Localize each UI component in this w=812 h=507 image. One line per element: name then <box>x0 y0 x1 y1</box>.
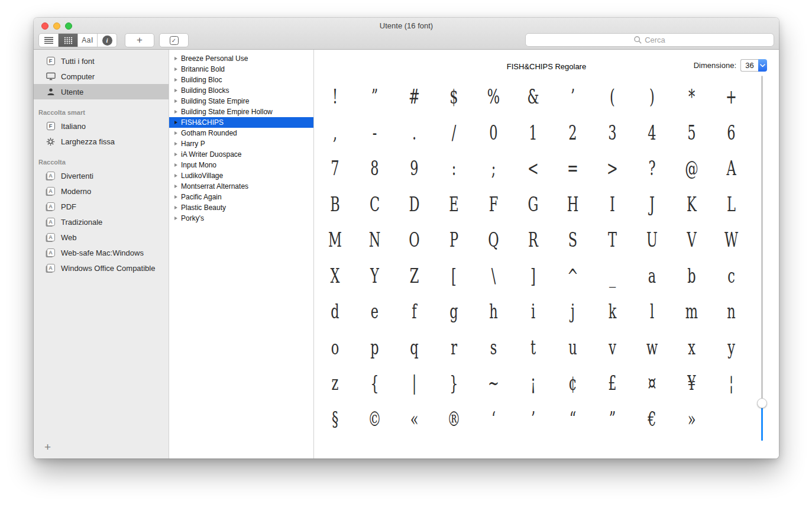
disclosure-triangle-icon[interactable] <box>174 185 177 188</box>
sample-text-view-button[interactable]: AaI <box>78 34 98 47</box>
gear-icon <box>46 137 56 146</box>
sidebar-item-computer[interactable]: Computer <box>34 69 169 84</box>
sidebar-item-label: Tutti i font <box>61 57 95 66</box>
font-list-item-montserrat-alternates[interactable]: Montserrat Alternates <box>169 181 313 192</box>
font-list-item-building-bloc[interactable]: Building Bloc <box>169 75 313 85</box>
sidebar-item-divertenti[interactable]: ADivertenti <box>34 168 169 183</box>
search-field[interactable]: Cerca <box>525 33 774 47</box>
font-list-item-harry-p[interactable]: Harry P <box>169 138 313 149</box>
checkbox-icon: ✓ <box>170 36 179 45</box>
glyph-cell: = <box>559 150 585 186</box>
glyph-cell: , <box>322 115 348 151</box>
glyph-cell: ¢ <box>559 365 585 401</box>
glyph-cell: e <box>361 293 387 330</box>
glyph-cell: t <box>520 330 546 366</box>
glyph-cell: { <box>361 365 387 401</box>
glyph-cell: a <box>639 258 665 294</box>
glyph-cell: . <box>401 115 427 151</box>
glyph-cell: [ <box>441 258 467 294</box>
glyph-cell: ; <box>480 150 506 186</box>
glyph-cell: J <box>639 186 665 222</box>
disclosure-triangle-icon[interactable] <box>174 67 177 71</box>
disclosure-triangle-icon[interactable] <box>174 163 177 167</box>
list-view-button[interactable] <box>39 34 59 47</box>
glyph-cell: G <box>520 186 546 222</box>
sidebar-item-utente[interactable]: Utente <box>34 84 169 99</box>
glyph-cell: % <box>480 79 506 115</box>
size-dropdown-button[interactable] <box>758 59 767 72</box>
disclosure-triangle-icon[interactable] <box>174 195 177 199</box>
font-list-item-porky-s[interactable]: Porky's <box>169 213 313 224</box>
add-collection-button[interactable]: + <box>44 441 51 454</box>
font-list-item-input-mono[interactable]: Input Mono <box>169 160 313 170</box>
glyph-cell: £ <box>599 365 625 401</box>
glyph-cell: Y <box>361 258 387 294</box>
glyph-cell: z <box>322 365 348 401</box>
font-list-item-pacific-again[interactable]: Pacific Again <box>169 192 313 202</box>
glyph-cell: X <box>322 258 348 294</box>
disclosure-triangle-icon[interactable] <box>174 142 177 146</box>
glyph-cell: Z <box>401 258 427 294</box>
glyph-cell: p <box>361 330 387 366</box>
size-slider[interactable] <box>761 76 763 441</box>
font-list-item-gotham-rounded[interactable]: Gotham Rounded <box>169 128 313 138</box>
font-name: Input Mono <box>181 161 216 169</box>
disclosure-triangle-icon[interactable] <box>174 206 177 209</box>
font-list-item-building-blocks[interactable]: Building Blocks <box>169 85 313 96</box>
disclosure-triangle-icon[interactable] <box>174 99 177 103</box>
font-name: Gotham Rounded <box>181 129 237 137</box>
disclosure-triangle-icon[interactable] <box>174 153 177 156</box>
size-value[interactable]: 36 <box>740 59 758 72</box>
validate-font-button[interactable]: ✓ <box>159 33 189 47</box>
font-list-item-britannic-bold[interactable]: Britannic Bold <box>169 64 313 75</box>
glyph-cell: T <box>599 222 625 258</box>
font-list-item-ludikovillage[interactable]: LudikoVillage <box>169 170 313 181</box>
grid-view-button[interactable] <box>59 34 78 47</box>
glyph-cell: € <box>639 401 665 437</box>
font-name: Porky's <box>181 214 204 222</box>
glyph-cell: / <box>441 115 467 151</box>
collection-icon: A <box>46 264 56 272</box>
font-list-item-plastic-beauty[interactable]: Plastic Beauty <box>169 202 313 213</box>
sidebar-item-tutti-i-font[interactable]: FTutti i font <box>34 53 169 69</box>
collection-icon: A <box>46 187 56 195</box>
sidebar-item-pdf[interactable]: APDF <box>34 199 169 214</box>
glyph-cell: q <box>401 330 427 366</box>
sidebar-item-tradizionale[interactable]: ATradizionale <box>34 214 169 230</box>
disclosure-triangle-icon[interactable] <box>174 110 177 114</box>
glyph-cell: r <box>441 330 467 366</box>
glyph-cell: ¡ <box>520 365 546 401</box>
font-list-item-breeze-personal-use[interactable]: Breeze Personal Use <box>169 53 313 64</box>
glyph-cell: l <box>639 293 665 330</box>
glyph-cell: 7 <box>322 150 348 186</box>
glyph-cell: ¤ <box>639 365 665 401</box>
font-name: Pacific Again <box>181 193 222 201</box>
disclosure-triangle-icon[interactable] <box>174 131 177 135</box>
add-font-button[interactable]: + <box>125 33 154 47</box>
sidebar-item-web-safe-mac-windows[interactable]: AWeb-safe Mac:Windows <box>34 245 169 260</box>
font-name: LudikoVillage <box>181 172 223 180</box>
sidebar-item-moderno[interactable]: AModerno <box>34 183 169 199</box>
info-view-button[interactable]: i <box>98 34 117 47</box>
disclosure-triangle-icon[interactable] <box>174 89 177 92</box>
disclosure-triangle-icon[interactable] <box>174 217 177 220</box>
disclosure-triangle-icon[interactable] <box>174 57 177 60</box>
disclosure-triangle-icon[interactable] <box>174 121 177 124</box>
sidebar-item-label: Computer <box>61 72 95 81</box>
font-list-item-ia-writer-duospace[interactable]: iA Writer Duospace <box>169 149 313 160</box>
glyph-cell: S <box>559 222 585 258</box>
disclosure-triangle-icon[interactable] <box>174 78 177 82</box>
sidebar-item-italiano[interactable]: FItaliano <box>34 118 169 134</box>
glyph-cell: R <box>520 222 546 258</box>
sidebar-item-larghezza-fissa[interactable]: Larghezza fissa <box>34 134 169 149</box>
collection-icon: A <box>46 202 56 211</box>
font-list-item-fish-chips[interactable]: FISH&CHIPS <box>169 117 313 128</box>
glyph-cell: L <box>718 186 744 222</box>
sidebar-item-windows-office-compatible[interactable]: AWindows Office Compatible <box>34 260 169 276</box>
sidebar-item-web[interactable]: AWeb <box>34 230 169 245</box>
size-slider-thumb[interactable] <box>757 398 767 408</box>
glyph-cell: * <box>678 79 704 115</box>
font-list-item-building-state-empire[interactable]: Building State Empire <box>169 96 313 106</box>
disclosure-triangle-icon[interactable] <box>174 174 177 177</box>
font-list-item-building-state-empire-hollow[interactable]: Building State Empire Hollow <box>169 106 313 117</box>
